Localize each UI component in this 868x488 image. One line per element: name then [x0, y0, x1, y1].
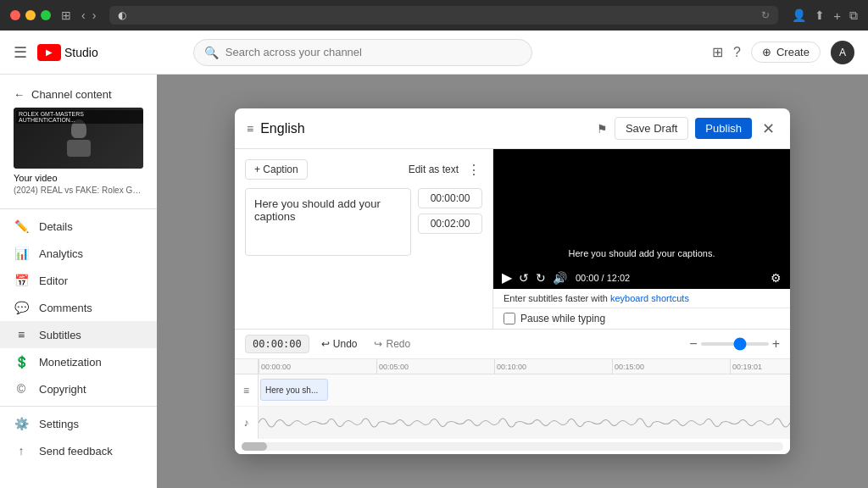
sidebar-item-analytics[interactable]: 📊 Analytics: [0, 240, 157, 267]
modal-overlay: ≡ English ⚑ Save Draft Publish ✕ + Capti…: [157, 75, 868, 488]
sidebar-item-label: Analytics: [39, 247, 83, 260]
traffic-light-green[interactable]: [41, 10, 51, 20]
video-settings-button[interactable]: ⚙: [771, 271, 782, 285]
close-modal-button[interactable]: ✕: [759, 119, 778, 138]
sidebar-item-label: Subtitles: [39, 329, 81, 341]
caption-track-content[interactable]: Here you sh...: [259, 374, 790, 406]
undo-button[interactable]: ↩ Undo: [316, 336, 363, 352]
timeline-ruler: 00:00:00 00:05:00 00:10:00 00:15:00 00:1…: [235, 359, 790, 374]
ruler-mark-0: 00:00:00: [259, 359, 376, 374]
create-button[interactable]: ⊕ Create: [751, 42, 821, 63]
ruler-mark-4: 00:19:01: [730, 359, 790, 374]
yt-header: ☰ ▶ Studio 🔍 ⊞ ? ⊕ Create A: [0, 30, 868, 75]
modal-title: English: [260, 121, 590, 136]
redo-icon: ↪: [374, 338, 382, 350]
sidebar-toggle-browser[interactable]: ⊞: [58, 7, 75, 24]
subtitles-modal-icon: ≡: [247, 122, 253, 136]
play-button[interactable]: ▶: [502, 271, 512, 285]
shortcuts-text: Enter subtitles faster with: [504, 293, 610, 303]
nav-forward[interactable]: ›: [92, 8, 97, 22]
video-thumb-label: ROLEX GMT-MASTERS AUTHENTICATION...: [16, 110, 143, 124]
settings-icon: ⚙️: [14, 417, 29, 430]
keyboard-shortcuts-link[interactable]: keyboard shortcuts: [610, 293, 689, 303]
nav-back[interactable]: ‹: [81, 8, 86, 22]
yt-logo: ▶ Studio: [37, 44, 98, 61]
search-icon: 🔍: [204, 46, 219, 59]
search-bar[interactable]: 🔍: [193, 39, 532, 66]
rewind-button[interactable]: ↺: [519, 272, 529, 284]
subtitles-icon: ≡: [14, 328, 29, 341]
sidebar-item-copyright[interactable]: © Copyright: [0, 375, 157, 402]
caption-toolbar: + Caption Edit as text ⋮: [245, 159, 482, 180]
video-thumb-sidebar: ROLEX GMT-MASTERS AUTHENTICATION... Your…: [0, 108, 157, 205]
avatar[interactable]: A: [831, 41, 854, 64]
pause-while-typing: Pause while typing: [493, 308, 790, 329]
browser-right-actions: 👤 ⬆ + ⧉: [792, 8, 858, 23]
studio-icon-btn[interactable]: ⊞: [712, 44, 723, 60]
zoom-controls: − +: [689, 336, 780, 352]
profile-icon[interactable]: 👤: [792, 8, 806, 22]
undo-label: Undo: [333, 338, 358, 350]
timeline-scrollbar-thumb[interactable]: [242, 442, 267, 451]
add-caption-button[interactable]: + Caption: [245, 159, 308, 180]
more-options-button[interactable]: ⋮: [465, 160, 482, 180]
studio-text: Studio: [64, 46, 98, 59]
sidebar-item-subtitles[interactable]: ≡ Subtitles: [0, 321, 157, 348]
timeline-tracks: ≡ Here you sh... ♪: [235, 374, 790, 441]
timeline-section: 00:00:00 ↩ Undo ↪ Redo − +: [235, 329, 790, 454]
feedback-icon: ↑: [14, 444, 29, 458]
sidebar-item-editor[interactable]: 📅 Editor: [0, 267, 157, 294]
traffic-lights: [10, 10, 51, 20]
main-layout: ← Channel content ROLEX GMT-MASTERS AUTH…: [0, 75, 868, 488]
time-start-input[interactable]: [418, 188, 482, 208]
video-thumb-img: ROLEX GMT-MASTERS AUTHENTICATION...: [14, 108, 143, 169]
help-icon-btn[interactable]: ?: [733, 45, 741, 60]
ruler-mark-2: 00:10:00: [494, 359, 612, 374]
publish-button[interactable]: Publish: [695, 118, 752, 139]
browser-chrome: ⊞ ‹ › ◐ ↻ 👤 ⬆ + ⧉: [0, 0, 868, 30]
sidebar-item-comments[interactable]: 💬 Comments: [0, 294, 157, 321]
caption-block[interactable]: Here you sh...: [260, 379, 328, 401]
pause-checkbox[interactable]: [504, 313, 515, 324]
new-tab-icon[interactable]: +: [833, 8, 841, 23]
volume-button[interactable]: 🔊: [553, 272, 567, 284]
sidebar-item-feedback[interactable]: ↑ Send feedback: [0, 437, 157, 464]
tabs-icon[interactable]: ⧉: [849, 8, 858, 23]
yt-logo-icon: ▶: [37, 44, 61, 61]
zoom-out-button[interactable]: −: [689, 336, 697, 352]
traffic-light-red[interactable]: [10, 10, 20, 20]
timeline-toolbar: 00:00:00 ↩ Undo ↪ Redo − +: [235, 330, 790, 359]
zoom-slider[interactable]: [701, 342, 769, 346]
modal-flag-btn[interactable]: ⚑: [597, 122, 608, 136]
half-moon-icon: ◐: [118, 9, 126, 21]
ruler-mark-1: 00:05:00: [376, 359, 494, 374]
caption-textarea[interactable]: Here you should add your captions: [245, 188, 411, 256]
timeline-scrollbar-area: [242, 442, 783, 451]
caption-panel: + Caption Edit as text ⋮ Here you should…: [235, 149, 493, 329]
sidebar-item-monetization[interactable]: 💲 Monetization: [0, 348, 157, 375]
sidebar-item-settings[interactable]: ⚙️ Settings: [0, 410, 157, 437]
monetization-icon: 💲: [14, 355, 29, 369]
create-icon: ⊕: [762, 46, 771, 58]
address-bar[interactable]: ◐ ↻: [109, 6, 778, 25]
save-draft-button[interactable]: Save Draft: [615, 117, 688, 140]
header-actions: ⊞ ? ⊕ Create A: [712, 41, 854, 64]
shortcuts-bar: Enter subtitles faster with keyboard sho…: [493, 289, 790, 308]
zoom-in-button[interactable]: +: [772, 336, 780, 352]
audio-track-label: ♪: [235, 407, 259, 439]
details-icon: ✏️: [14, 219, 29, 233]
traffic-light-yellow[interactable]: [25, 10, 36, 20]
hamburger-menu[interactable]: ☰: [14, 43, 27, 62]
edit-as-text-button[interactable]: Edit as text: [409, 164, 459, 175]
fast-forward-button[interactable]: ↻: [536, 272, 546, 284]
sidebar-item-label: Monetization: [39, 356, 102, 369]
sidebar-item-details[interactable]: ✏️ Details: [0, 213, 157, 240]
share-icon[interactable]: ⬆: [815, 8, 825, 22]
sidebar-back[interactable]: ← Channel content: [0, 81, 157, 108]
redo-button[interactable]: ↪ Redo: [369, 336, 415, 352]
time-end-input[interactable]: [418, 214, 482, 234]
sidebar-item-label: Settings: [39, 418, 79, 430]
sidebar-item-label: Comments: [39, 302, 92, 314]
pause-label: Pause while typing: [520, 313, 605, 324]
search-input[interactable]: [225, 46, 521, 58]
